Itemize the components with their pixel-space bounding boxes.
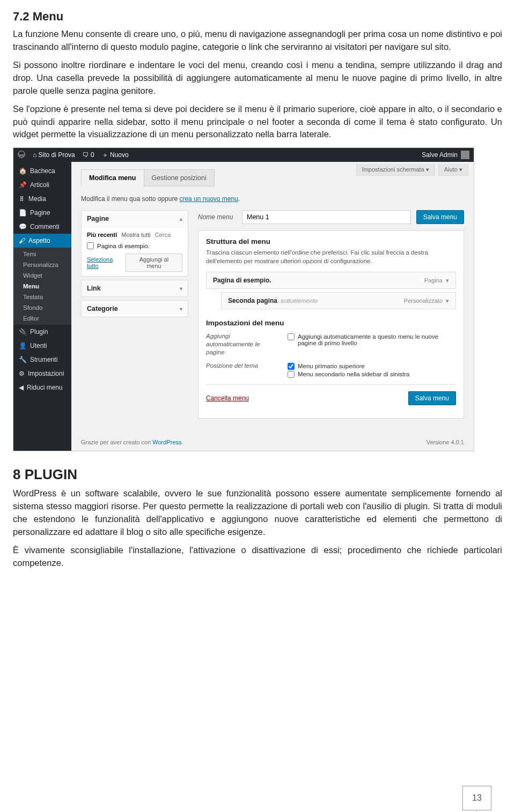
menu-item[interactable]: Pagina di esempio. Pagina ▾ xyxy=(206,272,456,289)
section-plugin-title: 8 PLUGIN xyxy=(13,466,502,483)
wordpress-link[interactable]: WordPress xyxy=(152,439,181,445)
pin-icon: 📌 xyxy=(19,181,27,189)
sidebar-item-bacheca[interactable]: 🏠Bacheca xyxy=(13,164,71,178)
sidebar-item-collapse[interactable]: ◀Riduci menu xyxy=(13,381,71,394)
position-primary-checkbox[interactable] xyxy=(288,363,295,370)
paragraph: È vivamente sconsigliabile l'installazio… xyxy=(13,544,502,570)
menu-item-title: Seconda pagina xyxy=(228,297,277,304)
sidebar-subitem-testata[interactable]: Testata xyxy=(13,292,71,302)
menu-name-label: Nome menu xyxy=(198,213,237,221)
accordion-header-categorie[interactable]: Categorie ▾ xyxy=(82,301,188,317)
accordion-title: Pagine xyxy=(87,215,109,222)
menu-structure-panel: Struttura del menu Trascina ciascun elem… xyxy=(198,230,464,419)
sidebar-subitem-temi[interactable]: Temi xyxy=(13,249,71,259)
accordion-header-pagine[interactable]: Pagine ▴ xyxy=(82,211,188,227)
sidebar-item-label: Bacheca xyxy=(30,167,55,175)
sidebar-item-strumenti[interactable]: 🔧Strumenti xyxy=(13,353,71,367)
accordion-pagine: Pagine ▴ Più recenti Mostra tutti Cerca xyxy=(81,210,188,277)
menu-name-input[interactable] xyxy=(242,210,411,224)
save-menu-button-bottom[interactable]: Salva menu xyxy=(408,391,456,405)
sidebar-subitem-personalizza[interactable]: Personalizza xyxy=(13,259,71,270)
greeting[interactable]: Salve Admin xyxy=(422,151,458,159)
tab-edit-menu[interactable]: Modifica menu xyxy=(81,169,144,187)
chevron-down-icon: ▾ xyxy=(180,306,182,312)
accordion-link: Link ▾ xyxy=(81,280,188,297)
menu-item[interactable]: Seconda paginasottoelemento Personalizza… xyxy=(221,292,456,309)
sidebar-item-articoli[interactable]: 📌Articoli xyxy=(13,178,71,192)
sidebar-item-label: Media xyxy=(28,195,46,203)
inner-tab-all[interactable]: Mostra tutti xyxy=(121,232,150,238)
wp-logo-icon[interactable] xyxy=(18,151,25,160)
paragraph: Si possono inoltre riordinare e indentar… xyxy=(13,59,502,98)
theme-position-label: Posizione del tema xyxy=(206,362,270,379)
paragraph: Se l'opzione è presente nel tema si deve… xyxy=(13,103,502,141)
select-all-link[interactable]: Seleziona tutto xyxy=(87,256,126,269)
plugin-icon: 🔌 xyxy=(19,328,27,336)
brush-icon: 🖌 xyxy=(19,237,25,244)
position-secondary-checkbox[interactable] xyxy=(288,371,295,378)
admin-sidebar: 🏠Bacheca 📌Articoli 🎚Media 📄Pagine 💬Comme… xyxy=(13,162,71,451)
comments-link[interactable]: 🗨 0 xyxy=(83,151,94,159)
avatar-icon[interactable] xyxy=(461,151,469,159)
sidebar-item-label: Plugin xyxy=(30,328,48,336)
instruction-prefix: Modifica il menu qua sotto oppure xyxy=(81,195,179,203)
delete-menu-link[interactable]: Cancella menu xyxy=(206,394,249,402)
user-icon: 👤 xyxy=(19,342,27,349)
media-icon: 🎚 xyxy=(19,195,25,203)
sidebar-item-commenti[interactable]: 💬Commenti xyxy=(13,220,71,234)
sidebar-subitem-menu[interactable]: Menu xyxy=(13,281,71,292)
sidebar-subitem-editor[interactable]: Editor xyxy=(13,313,71,324)
structure-heading: Struttura del menu xyxy=(206,237,456,245)
menu-item-title: Pagina di esempio. xyxy=(213,277,271,284)
tab-manage-positions[interactable]: Gestione posizioni xyxy=(144,169,215,187)
chevron-down-icon: ▾ xyxy=(459,166,462,173)
paragraph: WordPress è un software scalabile, ovver… xyxy=(13,487,502,539)
site-link[interactable]: ⌂ Sito di Prova xyxy=(33,151,75,159)
sidebar-item-label: Commenti xyxy=(30,223,60,230)
create-menu-link[interactable]: crea un nuovo menu xyxy=(179,195,238,203)
sidebar-item-utenti[interactable]: 👤Utenti xyxy=(13,339,71,353)
sidebar-item-label: Riduci menu xyxy=(27,384,63,391)
sidebar-item-pagine[interactable]: 📄Pagine xyxy=(13,206,71,220)
screen-options-tab[interactable]: Impostazioni schermata ▾ xyxy=(356,164,435,176)
chevron-down-icon: ▾ xyxy=(446,297,449,304)
sidebar-item-label: Pagine xyxy=(30,209,50,217)
sidebar-item-impostazioni[interactable]: ⚙Impostazioni xyxy=(13,367,71,381)
accordion-categorie: Categorie ▾ xyxy=(81,300,188,317)
sidebar-item-plugin[interactable]: 🔌Plugin xyxy=(13,325,71,339)
menu-item-subtext: sottoelemento xyxy=(281,297,318,304)
tab-label: Aiuto xyxy=(444,166,458,173)
wordpress-screenshot: ⌂ Sito di Prova 🗨 0 ＋ Nuovo Salve Admin xyxy=(13,147,474,451)
menu-settings-heading: Impostazioni del menu xyxy=(206,319,456,327)
chevron-up-icon: ▴ xyxy=(180,216,182,222)
comment-icon: 💬 xyxy=(19,223,27,230)
auto-add-checkbox[interactable] xyxy=(288,333,295,340)
sidebar-item-label: Aspetto xyxy=(28,237,50,244)
inner-tab-recent[interactable]: Più recenti xyxy=(87,232,117,238)
section-menu-title: 7.2 Menu xyxy=(13,10,502,24)
save-menu-button-top[interactable]: Salva menu xyxy=(416,210,464,224)
checkbox-label: Menu secondario nella sidebar di sinistr… xyxy=(298,371,409,377)
sidebar-subitem-sfondo[interactable]: Sfondo xyxy=(13,302,71,313)
page-checkbox[interactable] xyxy=(87,242,94,249)
collapse-icon: ◀ xyxy=(19,384,24,391)
sidebar-item-media[interactable]: 🎚Media xyxy=(13,192,71,206)
chevron-down-icon: ▾ xyxy=(446,277,449,284)
home-icon: ⌂ xyxy=(33,151,36,159)
new-link[interactable]: ＋ Nuovo xyxy=(102,151,129,160)
plus-icon: ＋ xyxy=(102,151,108,159)
sidebar-item-label: Impostazioni xyxy=(28,370,64,377)
accordion-header-link[interactable]: Link ▾ xyxy=(82,280,188,296)
checkbox-label: Aggiungi automaticamente a questo menu l… xyxy=(298,333,456,346)
page-item-label: Pagina di esempio. xyxy=(97,243,150,249)
comments-count: 0 xyxy=(91,151,94,159)
sidebar-subitem-widget[interactable]: Widget xyxy=(13,270,71,281)
sidebar-item-aspetto[interactable]: 🖌Aspetto xyxy=(13,234,71,248)
help-tab[interactable]: Aiuto ▾ xyxy=(438,164,468,176)
add-to-menu-button[interactable]: Aggiungi al menu xyxy=(126,254,182,272)
tab-label: Impostazioni schermata xyxy=(362,166,424,173)
comment-icon: 🗨 xyxy=(83,151,89,159)
wrench-icon: 🔧 xyxy=(19,356,27,363)
inner-tab-search[interactable]: Cerca xyxy=(155,232,171,238)
accordion-title: Categorie xyxy=(87,305,118,312)
